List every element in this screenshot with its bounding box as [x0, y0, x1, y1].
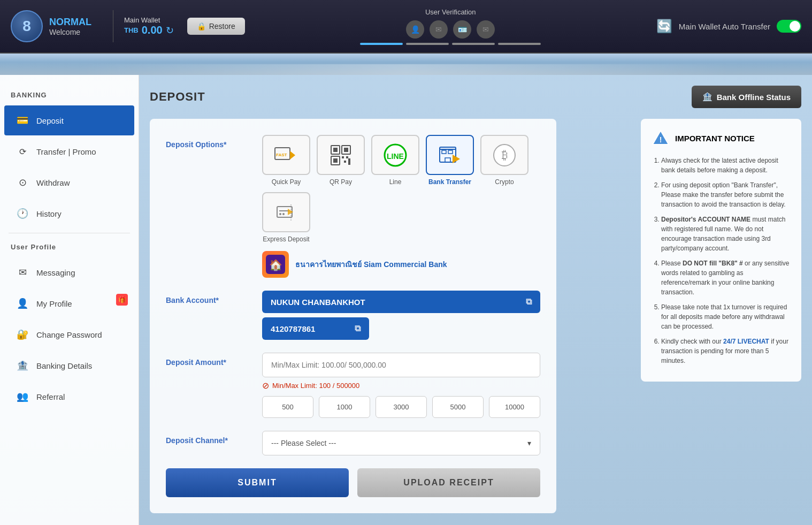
- verification-title: User Verification: [425, 8, 476, 16]
- sidebar-item-messaging[interactable]: ✉ Messaging: [4, 257, 134, 287]
- amount-btn-3000[interactable]: 3000: [376, 396, 427, 418]
- hero-background: [0, 54, 812, 75]
- sidebar-banking-details-label: Banking Details: [36, 361, 92, 370]
- deposit-options-label: Deposit Options*: [166, 135, 251, 149]
- svg-marker-2: [290, 151, 295, 159]
- quick-pay-box: FAST: [262, 135, 310, 175]
- sidebar-deposit-label: Deposit: [36, 116, 64, 125]
- crypto-icon: ₿: [491, 142, 518, 169]
- submit-button[interactable]: SUBMIT: [166, 468, 349, 497]
- verif-email-icon: ✉: [430, 20, 448, 39]
- sidebar-item-referral[interactable]: 👥 Referral: [4, 382, 134, 412]
- deposit-icon: 💳: [15, 113, 30, 128]
- deposit-form: Deposit Options* FAST: [150, 119, 556, 513]
- svg-point-25: [279, 213, 281, 215]
- refresh-button[interactable]: ↻: [166, 25, 174, 36]
- svg-point-26: [282, 213, 285, 215]
- svg-text:FAST: FAST: [276, 153, 287, 157]
- user-info: NORMAL Welcome: [49, 17, 91, 36]
- auto-transfer-toggle[interactable]: [777, 20, 801, 33]
- sidebar-item-transfer-promo[interactable]: ⟳ Transfer | Promo: [4, 136, 134, 166]
- verif-bar-1: [360, 43, 403, 45]
- svg-rect-18: [445, 158, 450, 162]
- wallet-section: Main Wallet THB 0.00 ↻ 🔒 Restore: [124, 16, 245, 36]
- user-level: NORMAL: [49, 17, 91, 28]
- scb-logo: 🏠: [266, 255, 285, 274]
- withdraw-icon: ⊙: [15, 175, 30, 190]
- sidebar-item-withdraw[interactable]: ⊙ Withdraw: [4, 168, 134, 197]
- verif-bar-3: [452, 43, 495, 45]
- qr-pay-icon: [329, 143, 353, 167]
- option-quick-pay[interactable]: FAST Quick Pay: [262, 135, 310, 186]
- notice-item-2: For using deposit option "Bank Transfer"…: [661, 180, 791, 209]
- bank-logo: 🏠: [262, 251, 289, 278]
- sidebar-referral-label: Referral: [36, 392, 65, 401]
- user-profile-title: User Profile: [0, 238, 139, 256]
- option-crypto[interactable]: ₿ Crypto: [480, 135, 528, 186]
- page-title: DEPOSIT: [150, 90, 205, 104]
- change-password-icon: 🔐: [15, 327, 30, 342]
- notice-header: ! IMPORTANT NOTICE: [652, 130, 791, 147]
- deposit-channel-control: --- Please Select --- ▾: [262, 431, 540, 455]
- sidebar-item-deposit[interactable]: 💳 Deposit: [4, 105, 134, 135]
- restore-button[interactable]: 🔒 Restore: [187, 18, 245, 35]
- crypto-box: ₿: [480, 135, 528, 175]
- verif-bar-2: [406, 43, 449, 45]
- option-line[interactable]: LINE Line: [371, 135, 419, 186]
- limit-warning-text: Min/Max Limit: 100 / 500000: [272, 382, 359, 390]
- line-label: Line: [389, 178, 402, 186]
- my-profile-icon: 👤: [15, 296, 30, 311]
- sidebar-item-history[interactable]: 🕐 History: [4, 199, 134, 229]
- copy-account-name-button[interactable]: ⧉: [526, 297, 532, 307]
- content-header: DEPOSIT 🏦 Bank Offline Status: [150, 86, 801, 108]
- main-layout: BANKING 💳 Deposit ⟳ Transfer | Promo ⊙ W…: [0, 75, 812, 525]
- profile-badge: 🎁: [116, 294, 128, 306]
- bank-account-label: Bank Account*: [166, 291, 251, 305]
- amount-input[interactable]: [262, 353, 540, 377]
- notice-triangle-icon: !: [652, 130, 670, 146]
- bank-transfer-icon: [436, 142, 463, 169]
- dropdown-chevron-icon: ▾: [527, 439, 531, 447]
- banking-section-title: BANKING: [0, 86, 139, 104]
- bank-offline-button[interactable]: 🏦 Bank Offline Status: [692, 86, 801, 108]
- limit-warning: ⊘ Min/Max Limit: 100 / 500000: [262, 381, 540, 391]
- option-qr-pay[interactable]: QR Pay: [317, 135, 365, 186]
- copy-account-number-button[interactable]: ⧉: [355, 324, 361, 333]
- quick-pay-icon: FAST: [273, 144, 300, 166]
- verif-bar-4: [498, 43, 541, 45]
- option-express-deposit[interactable]: Express Deposit: [262, 192, 310, 243]
- upload-receipt-button[interactable]: UPLOAD RECEIPT: [357, 468, 540, 497]
- sidebar-item-banking-details[interactable]: 🏦 Banking Details: [4, 351, 134, 381]
- amount-btn-10000[interactable]: 10000: [489, 396, 540, 418]
- deposit-options-group: FAST Quick Pay: [262, 135, 540, 243]
- account-number-box: 4120787861 ⧉: [262, 317, 369, 340]
- livechat-link[interactable]: 24/7 LIVECHAT: [723, 338, 769, 345]
- amount-btn-5000[interactable]: 5000: [432, 396, 484, 418]
- deposit-form-area: Deposit Options* FAST: [150, 119, 630, 513]
- amount-btn-1000[interactable]: 1000: [319, 396, 370, 418]
- sidebar-item-change-password[interactable]: 🔐 Change Password: [4, 319, 134, 349]
- quick-amount-buttons: 500 1000 3000 5000 10000: [262, 396, 540, 418]
- banking-details-icon: 🏦: [15, 358, 30, 373]
- svg-rect-17: [448, 150, 453, 154]
- user-greeting: Welcome: [49, 28, 91, 36]
- transfer-icon: ⟳: [15, 144, 30, 159]
- sidebar-item-my-profile[interactable]: 👤 My Profile 🎁: [4, 288, 134, 318]
- notice-title: IMPORTANT NOTICE: [675, 134, 755, 143]
- deposit-options-row: Deposit Options* FAST: [166, 135, 540, 278]
- bank-account-control: NUKUN CHANBANKHOT ⧉ 4120787861 ⧉: [262, 291, 540, 340]
- channel-select-dropdown[interactable]: --- Please Select --- ▾: [262, 431, 540, 455]
- verification-section: User Verification 👤 ✉ 🪪 ✉: [245, 8, 656, 45]
- logo-icon: 8: [11, 10, 43, 42]
- svg-rect-16: [442, 150, 446, 154]
- line-box: LINE: [371, 135, 419, 175]
- notice-triangle-container: !: [652, 130, 670, 147]
- sidebar-withdraw-label: Withdraw: [36, 178, 70, 187]
- warning-icon: ⊘: [262, 381, 269, 391]
- header: 8 NORMAL Welcome Main Wallet THB 0.00 ↻ …: [0, 0, 812, 54]
- sidebar-my-profile-label: My Profile: [36, 299, 72, 308]
- option-bank-transfer[interactable]: Bank Transfer: [426, 135, 474, 186]
- bank-transfer-box: [426, 135, 474, 175]
- verif-id-icon: 🪪: [453, 20, 471, 39]
- amount-btn-500[interactable]: 500: [262, 396, 313, 418]
